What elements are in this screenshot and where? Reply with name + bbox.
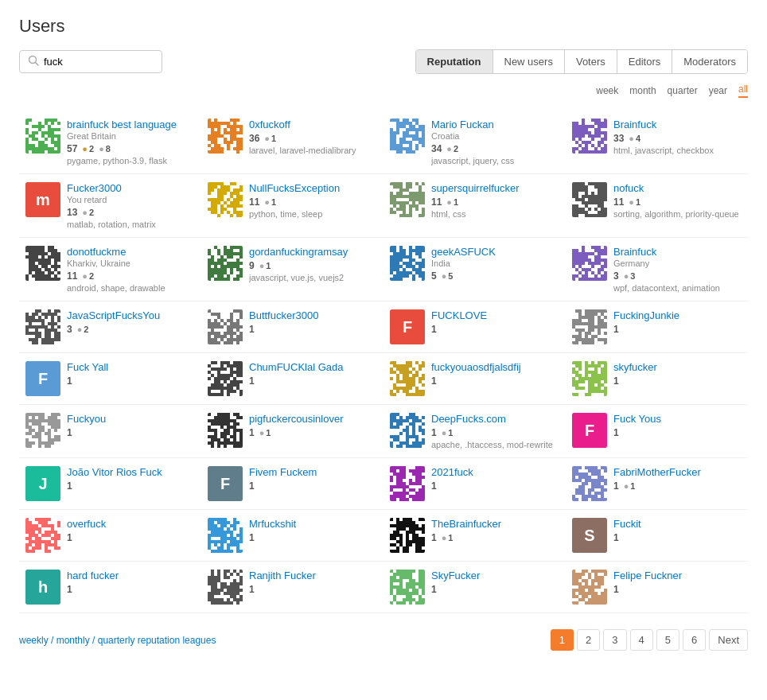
user-name-link[interactable]: Fuck Yall xyxy=(67,361,195,373)
silver-dot: ● xyxy=(629,197,634,207)
tab-editors[interactable]: Editors xyxy=(617,50,672,73)
user-reputation: 33●4 xyxy=(613,133,742,144)
user-name-link[interactable]: nofuck xyxy=(613,182,742,194)
user-name-link[interactable]: Brainfuck xyxy=(613,246,742,258)
time-filter-month[interactable]: month xyxy=(629,85,656,96)
avatar xyxy=(208,518,243,553)
user-info: Mario FuckanCroatia34●2javascript, jquer… xyxy=(431,119,559,165)
user-info: Mrfuckshit1 xyxy=(249,518,377,543)
user-tags: pygame, python-3.9, flask xyxy=(67,156,195,165)
user-card: Brainfuck33●4html, javascript, checkbox xyxy=(566,111,748,174)
user-info: geekASFUCKIndia5●5 xyxy=(431,246,559,282)
user-name-link[interactable]: fuckyouaosdfjalsdfij xyxy=(431,361,559,373)
page-button-6[interactable]: 6 xyxy=(683,629,706,651)
user-info: DeepFucks.com1●1apache, .htaccess, mod-r… xyxy=(431,413,559,449)
user-name-link[interactable]: Fivem Fuckem xyxy=(249,466,377,478)
user-name-link[interactable]: JavaScriptFucksYou xyxy=(67,309,195,321)
user-name-link[interactable]: supersquirrelfucker xyxy=(431,182,559,194)
user-name-link[interactable]: brainfuck best language xyxy=(67,119,195,130)
search-input[interactable] xyxy=(44,56,154,68)
silver-dot: ● xyxy=(629,134,634,143)
user-name-link[interactable]: geekASFUCK xyxy=(431,246,559,258)
user-name-link[interactable]: FUCKLOVE xyxy=(431,309,559,321)
user-name-link[interactable]: FuckingJunkie xyxy=(613,309,742,321)
user-name-link[interactable]: Fuckyou xyxy=(67,413,195,425)
search-box[interactable] xyxy=(19,50,162,73)
silver-count: 2 xyxy=(89,271,94,281)
avatar: h xyxy=(25,570,60,605)
next-page-button[interactable]: Next xyxy=(709,629,748,651)
user-name-link[interactable]: NullFucksException xyxy=(249,182,377,194)
user-reputation: 34●2 xyxy=(431,143,559,154)
avatar: F xyxy=(572,413,607,448)
user-name-link[interactable]: Buttfucker3000 xyxy=(249,309,377,321)
user-info: Brainfuck33●4html, javascript, checkbox xyxy=(613,119,742,155)
user-reputation: 11●2 xyxy=(67,270,195,282)
avatar xyxy=(572,309,607,344)
user-name-link[interactable]: 0xfuckoff xyxy=(249,119,377,130)
tab-new-users[interactable]: New users xyxy=(493,50,565,73)
user-card: skyfucker1 xyxy=(566,353,748,405)
page-button-5[interactable]: 5 xyxy=(656,629,679,651)
user-name-link[interactable]: 2021fuck xyxy=(431,466,559,478)
user-card: TheBrainfucker1●1 xyxy=(384,510,566,562)
user-card: NullFucksException11●1python, time, slee… xyxy=(201,174,384,238)
avatar xyxy=(208,246,243,281)
time-filter-week[interactable]: week xyxy=(596,85,618,96)
user-name-link[interactable]: Felipe Fuckner xyxy=(613,570,742,581)
user-name-link[interactable]: FabriMotherFucker xyxy=(613,466,742,478)
user-name-link[interactable]: Fuckit xyxy=(613,518,742,530)
time-filter-quarter[interactable]: quarter xyxy=(668,85,698,96)
user-name-link[interactable]: Brainfuck xyxy=(613,119,742,130)
time-filter-all[interactable]: all xyxy=(738,84,748,98)
user-name-link[interactable]: DeepFucks.com xyxy=(431,413,559,425)
user-reputation: 1●1 xyxy=(431,532,559,543)
page-button-4[interactable]: 4 xyxy=(630,629,653,651)
user-name-link[interactable]: skyfucker xyxy=(613,361,742,373)
user-name-link[interactable]: TheBrainfucker xyxy=(431,518,559,530)
user-name-link[interactable]: pigfuckercousinlover xyxy=(249,413,377,425)
gold-count: 2 xyxy=(89,144,94,154)
avatar xyxy=(390,466,425,501)
user-name-link[interactable]: overfuck xyxy=(67,518,195,530)
tab-voters[interactable]: Voters xyxy=(565,50,617,73)
page-button-1[interactable]: 1 xyxy=(551,629,574,651)
silver-count: 1 xyxy=(448,428,453,438)
user-tags: android, shape, drawable xyxy=(67,283,195,293)
league-link[interactable]: weekly / monthly / quarterly reputation … xyxy=(19,635,216,646)
page-button-3[interactable]: 3 xyxy=(603,629,626,651)
user-name-link[interactable]: donotfuckme xyxy=(67,246,195,258)
user-name-link[interactable]: Mrfuckshit xyxy=(249,518,377,530)
time-filter-year[interactable]: year xyxy=(709,85,727,96)
avatar: J xyxy=(25,466,60,501)
user-info: FabriMotherFucker1●1 xyxy=(613,466,742,492)
user-name-link[interactable]: Fucker3000 xyxy=(67,182,195,194)
user-name-link[interactable]: gordanfuckingramsay xyxy=(249,246,377,258)
user-name-link[interactable]: hard fucker xyxy=(67,570,195,581)
avatar xyxy=(390,182,425,217)
user-name-link[interactable]: Ranjith Fucker xyxy=(249,570,377,581)
user-card: BrainfuckGermany3●3wpf, datacontext, ani… xyxy=(566,238,748,301)
user-name-link[interactable]: Mario Fuckan xyxy=(431,119,559,130)
user-name-link[interactable]: SkyFucker xyxy=(431,570,559,581)
user-name-link[interactable]: Fuck Yous xyxy=(613,413,742,425)
user-tags: sorting, algorithm, priority-queue xyxy=(613,209,742,219)
user-tags: apache, .htaccess, mod-rewrite xyxy=(431,440,559,449)
user-card: FuckingJunkie1 xyxy=(566,301,748,353)
user-info: donotfuckmeKharkiv, Ukraine11●2android, … xyxy=(67,246,195,293)
user-location: Croatia xyxy=(431,131,559,141)
user-info: brainfuck best languageGreat Britain57●2… xyxy=(67,119,195,165)
avatar xyxy=(208,182,243,217)
avatar: F xyxy=(390,309,425,344)
tab-moderators[interactable]: Moderators xyxy=(672,50,747,73)
tab-reputation[interactable]: Reputation xyxy=(416,50,493,73)
user-reputation: 11●1 xyxy=(613,196,742,208)
user-info: Felipe Fuckner1 xyxy=(613,570,742,595)
user-name-link[interactable]: ChumFUCKlal Gada xyxy=(249,361,377,373)
user-name-link[interactable]: João Vitor Rios Fuck xyxy=(67,466,195,478)
page-title: Users xyxy=(19,16,748,37)
user-info: 0xfuckoff36●1laravel, laravel-medialibra… xyxy=(249,119,377,155)
page-button-2[interactable]: 2 xyxy=(577,629,600,651)
user-reputation: 1 xyxy=(431,584,559,595)
user-card: 0xfuckoff36●1laravel, laravel-medialibra… xyxy=(201,111,384,174)
